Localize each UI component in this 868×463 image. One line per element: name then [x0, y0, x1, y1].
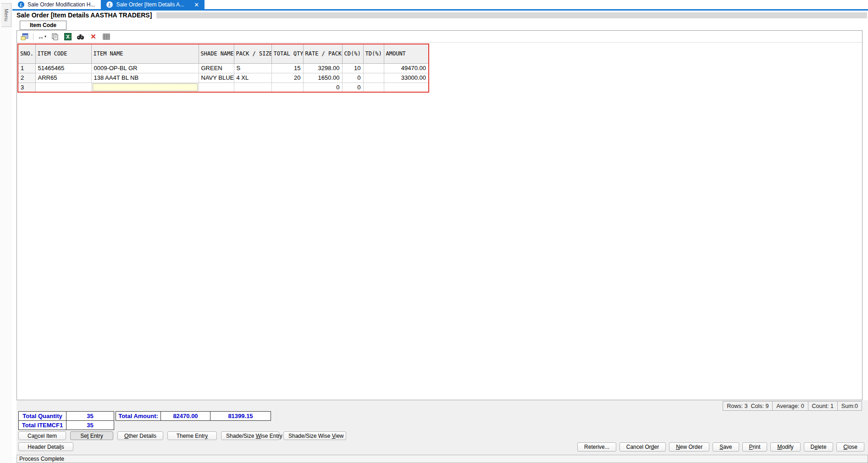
stats-sum: Sum:0 — [838, 402, 862, 410]
cancel-order-button[interactable]: Cancel Order — [619, 442, 666, 452]
grid-cell[interactable]: 4 XL — [234, 73, 271, 83]
grid-cell[interactable] — [384, 83, 429, 92]
button-label-part: s — [61, 444, 64, 450]
total-itemcf1-label: Total ITEMCF1 — [19, 421, 66, 430]
grid-cell[interactable] — [363, 73, 384, 83]
status-bar: Process Complete — [17, 455, 868, 463]
left-menu-strip: Menu — [0, 0, 12, 463]
tab-bar: L Sale Order Modification H... L Sale Or… — [12, 0, 868, 11]
grid-cell[interactable]: 3298.00 — [303, 63, 342, 73]
theme-entry-button[interactable]: Theme Entry — [167, 431, 217, 440]
grid-cell[interactable]: 0 — [303, 83, 342, 92]
item-code-button[interactable]: Item Code — [20, 21, 66, 30]
grid-cell[interactable]: 15 — [271, 63, 303, 73]
grid-cell[interactable]: 138 AA4T BL NB — [91, 73, 199, 83]
menu-vertical-tab[interactable]: Menu — [1, 3, 11, 27]
totals-amount-table: Total Amount: 82470.00 81399.15 — [116, 411, 271, 421]
grid-cell[interactable]: S — [234, 63, 271, 73]
grid-cell[interactable] — [199, 83, 234, 92]
grid-row-number[interactable]: 2 — [18, 73, 35, 83]
grid-cell[interactable] — [363, 63, 384, 73]
grid-cell[interactable]: 0 — [342, 83, 363, 92]
grid-cell[interactable]: 1650.00 — [303, 73, 342, 83]
grid-cell[interactable] — [234, 83, 271, 92]
delete-button[interactable]: Delete — [804, 442, 834, 452]
grid-cell[interactable]: 49470.00 — [384, 63, 429, 73]
tab-sale-order-modification[interactable]: L Sale Order Modification H... — [12, 0, 101, 9]
close-icon[interactable]: ✕ — [194, 2, 199, 8]
grid-column-header[interactable]: TOTAL QTY — [271, 44, 303, 63]
status-text: Process Complete — [19, 456, 64, 462]
client-area: ↔▾ X — [17, 30, 862, 400]
grid-cell[interactable] — [271, 83, 303, 92]
excel-export-icon[interactable]: X — [63, 33, 72, 41]
grid-cell[interactable]: 51465465 — [35, 63, 91, 73]
action-button-row: Cancel ItemSet EntryOther DetailsTheme E… — [18, 431, 346, 440]
grid-cell[interactable]: NAVY BLUE — [199, 73, 234, 83]
tab-sale-order-item-details[interactable]: L Sale Order [Item Details A... ✕ — [101, 0, 205, 9]
column-width-icon[interactable]: ↔▾ — [38, 33, 46, 41]
grid-column-header[interactable]: ITEM NAME — [91, 44, 199, 63]
close-button[interactable]: Close — [836, 442, 864, 452]
app-logo-icon: L — [18, 1, 24, 8]
grid-column-header[interactable]: AMOUNT — [384, 44, 429, 63]
total-amount-label: Total Amount: — [116, 412, 161, 421]
grid-cell[interactable]: 0009-OP-BL GR — [91, 63, 199, 73]
app-logo-icon: L — [106, 1, 113, 8]
page-title: Sale Order [Item Details AASTHA TRADERS] — [12, 11, 152, 19]
set-entry-button[interactable]: Set Entry — [70, 431, 113, 440]
svg-text:X: X — [66, 34, 70, 39]
other-details-button[interactable]: Other Details — [117, 431, 163, 440]
grid-cell[interactable]: 10 — [342, 63, 363, 73]
grid-cell[interactable]: ARR65 — [35, 73, 91, 83]
shade-size-wise-entry-button[interactable]: Shade/Size Wise Entry — [221, 431, 279, 440]
tab-label: Sale Order Modification H... — [28, 1, 95, 8]
form-icon[interactable] — [20, 33, 29, 41]
cancel-item-button[interactable]: Cancel Item — [18, 431, 66, 440]
table-row: 2ARR65138 AA4T BL NBNAVY BLUE4 XL201650.… — [18, 73, 429, 83]
item-grid: SNO.ITEM CODEITEM NAMESHADE NAMEPACK / S… — [17, 44, 429, 93]
toolbar: ↔▾ X — [17, 31, 862, 43]
delete-row-icon[interactable]: ✕ — [89, 33, 98, 41]
grid-column-header[interactable]: PACK / SIZE — [234, 44, 271, 63]
grid-column-header[interactable]: TD(%) — [363, 44, 384, 63]
grid-column-header[interactable]: CD(%) — [342, 44, 363, 63]
menu-label: Menu — [4, 9, 9, 22]
grid-column-header[interactable]: ITEM CODE — [35, 44, 91, 63]
print-button[interactable]: Print — [742, 442, 768, 452]
grid-row-number[interactable]: 1 — [18, 63, 35, 73]
grid-cell[interactable]: 33000.00 — [384, 73, 429, 83]
tab-label: Sale Order [Item Details A... — [116, 1, 184, 8]
stats-count: Count: 1 — [808, 402, 838, 410]
new-order-button[interactable]: New Order — [669, 442, 709, 452]
copy-icon[interactable] — [50, 33, 59, 41]
grid-cell[interactable]: GREEN — [199, 63, 234, 73]
shade-size-wise-view-button[interactable]: Shade/Size Wise View — [283, 431, 346, 440]
grid-row-number[interactable]: 3 — [18, 83, 35, 92]
modify-button[interactable]: Modify — [770, 442, 800, 452]
active-edit-cell[interactable] — [93, 83, 198, 91]
grid-column-header[interactable]: RATE / PACK — [303, 44, 342, 63]
total-quantity-value: 35 — [66, 412, 114, 421]
grid-cell[interactable] — [91, 83, 199, 92]
button-label-part: Header Detai — [28, 444, 60, 450]
title-bar: Sale Order [Item Details AASTHA TRADERS] — [12, 11, 868, 20]
grid-icon[interactable] — [102, 33, 111, 41]
grid-cell[interactable]: 0 — [342, 73, 363, 83]
grid-stats-bar: Rows: 3 Cols: 9 Average: 0 Count: 1 Sum:… — [723, 401, 862, 411]
total-amount-net-value: 81399.15 — [210, 412, 271, 421]
find-icon[interactable] — [76, 33, 85, 41]
table-row: 1514654650009-OP-BL GRGREENS153298.00104… — [18, 63, 429, 73]
grid-column-header[interactable]: SHADE NAME — [199, 44, 234, 63]
stats-average: Average: 0 — [773, 402, 808, 410]
grid-column-header[interactable]: SNO. — [18, 44, 35, 63]
reterive-button[interactable]: Reterive... — [577, 442, 616, 452]
grid-cell[interactable]: 20 — [271, 73, 303, 83]
save-button[interactable]: Save — [713, 442, 739, 452]
grid-cell[interactable] — [363, 83, 384, 92]
total-itemcf1-value: 35 — [66, 421, 114, 430]
totals-quantity-table: Total Quantity 35 Total ITEMCF1 35 — [18, 411, 114, 430]
header-details-button[interactable]: Header Details — [18, 442, 73, 451]
grid-cell[interactable] — [35, 83, 91, 92]
grid-header-row: SNO.ITEM CODEITEM NAMESHADE NAMEPACK / S… — [18, 44, 429, 63]
